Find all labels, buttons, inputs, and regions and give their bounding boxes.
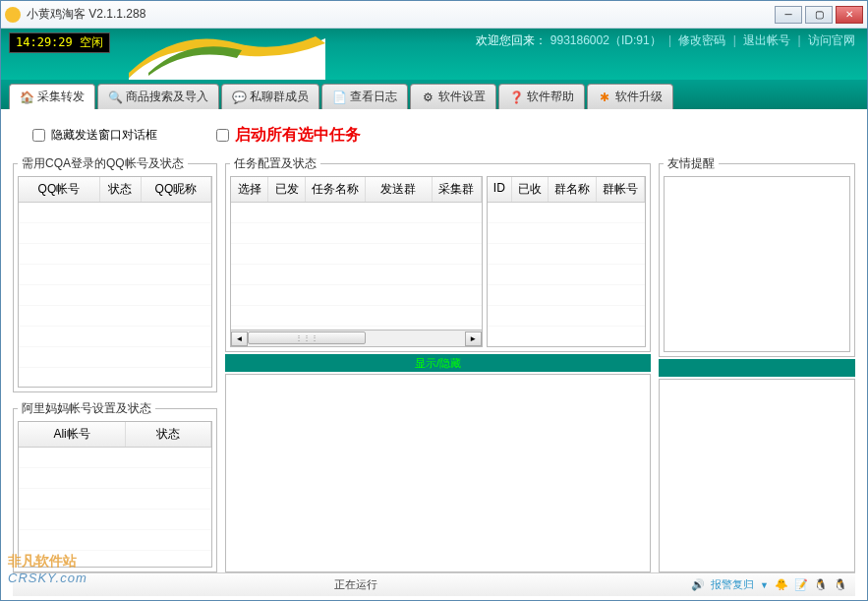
tab-label: 私聊群成员 bbox=[250, 89, 309, 105]
penguin-icon[interactable]: 🐧 bbox=[814, 578, 828, 592]
task-left-grid[interactable]: 选择 已发 任务名称 发送群 采集群 bbox=[230, 176, 483, 331]
user-info-link[interactable]: 993186002（ID:91） bbox=[550, 33, 662, 47]
close-button[interactable]: ✕ bbox=[836, 6, 863, 24]
welcome-label: 欢迎您回来： bbox=[476, 33, 547, 47]
col-select[interactable]: 选择 bbox=[231, 177, 268, 202]
status-bar: 正在运行 🔊 报警复归 ▼ 🐥 📝 🐧 🐧 bbox=[13, 572, 855, 596]
tips-legend: 友情提醒 bbox=[664, 155, 719, 172]
qq-grid-header: QQ帐号 状态 QQ昵称 bbox=[19, 177, 211, 203]
col-sent[interactable]: 已发 bbox=[268, 177, 306, 202]
scroll-left-button[interactable]: ◄ bbox=[231, 331, 248, 346]
window-title: 小黄鸡淘客 V2.1.1.288 bbox=[27, 6, 775, 23]
col-task-name[interactable]: 任务名称 bbox=[306, 177, 366, 202]
col-id[interactable]: ID bbox=[488, 177, 512, 202]
notes-icon[interactable]: 📝 bbox=[794, 578, 808, 592]
home-icon: 🏠 bbox=[20, 90, 33, 104]
log-box[interactable] bbox=[225, 374, 651, 572]
start-all-checkbox[interactable] bbox=[216, 129, 229, 142]
right-bottom-box bbox=[659, 379, 855, 572]
minimize-button[interactable]: ─ bbox=[775, 6, 802, 24]
status-right: 🔊 报警复归 ▼ 🐥 📝 🐧 🐧 bbox=[691, 577, 847, 592]
decorative-swoosh bbox=[129, 29, 325, 80]
col-send-group[interactable]: 发送群 bbox=[366, 177, 433, 202]
gear-icon: ⚙ bbox=[421, 90, 434, 104]
app-window: 小黄鸡淘客 V2.1.1.288 ─ ▢ ✕ 14:29:29 空闲 欢迎您回来… bbox=[0, 0, 868, 601]
tab-upgrade[interactable]: ✱ 软件升级 bbox=[587, 84, 673, 109]
qq-accounts-grid[interactable]: QQ帐号 状态 QQ昵称 bbox=[18, 176, 212, 388]
task-left-body[interactable] bbox=[231, 203, 482, 330]
app-icon bbox=[5, 7, 21, 23]
chevron-down-icon[interactable]: ▼ bbox=[760, 580, 769, 590]
maximize-button[interactable]: ▢ bbox=[805, 6, 833, 24]
tab-label: 查看日志 bbox=[350, 89, 397, 105]
scroll-thumb[interactable]: ⋮⋮⋮ bbox=[248, 331, 366, 344]
ali-accounts-grid[interactable]: Ali帐号 状态 bbox=[18, 421, 212, 568]
header-links: 欢迎您回来： 993186002（ID:91） | 修改密码 | 退出帐号 | … bbox=[464, 29, 867, 80]
right-column: 友情提醒 bbox=[659, 155, 855, 572]
logout-link[interactable]: 退出帐号 bbox=[743, 33, 790, 47]
col-group-account[interactable]: 群帐号 bbox=[597, 177, 645, 202]
task-right-grid[interactable]: ID 已收 群名称 群帐号 bbox=[487, 176, 646, 347]
col-collect-group[interactable]: 采集群 bbox=[433, 177, 482, 202]
update-icon: ✱ bbox=[598, 90, 611, 104]
tab-label: 商品搜索及导入 bbox=[126, 89, 208, 105]
change-password-link[interactable]: 修改密码 bbox=[678, 33, 725, 47]
tab-bar: 🏠 采集转发 🔍 商品搜索及导入 💬 私聊群成员 📄 查看日志 ⚙ 软件设置 ❓… bbox=[1, 80, 867, 109]
tab-product-search[interactable]: 🔍 商品搜索及导入 bbox=[97, 84, 219, 109]
toggle-show-hide-bar[interactable]: 显示/隐藏 bbox=[225, 354, 651, 372]
chat-icon: 💬 bbox=[232, 90, 246, 104]
start-all-label: 启动所有选中任务 bbox=[235, 125, 361, 146]
task-grids: 选择 已发 任务名称 发送群 采集群 ◄ bbox=[230, 176, 646, 347]
hide-dialog-label: 隐藏发送窗口对话框 bbox=[51, 127, 157, 144]
task-grid-left-wrap: 选择 已发 任务名称 发送群 采集群 ◄ bbox=[230, 176, 483, 347]
header-left: 14:29:29 空闲 bbox=[1, 29, 118, 80]
header-banner: 14:29:29 空闲 欢迎您回来： 993186002（ID:91） | 修改… bbox=[1, 29, 867, 80]
col-received[interactable]: 已收 bbox=[512, 177, 549, 202]
hide-dialog-check: 隐藏发送窗口对话框 bbox=[32, 127, 157, 144]
col-qq-account[interactable]: QQ帐号 bbox=[19, 177, 100, 202]
task-left-hscroll[interactable]: ◄ ⋮⋮⋮ ► bbox=[230, 331, 483, 347]
time-status-box: 14:29:29 空闲 bbox=[9, 32, 110, 53]
tab-label: 软件设置 bbox=[438, 89, 486, 105]
tab-content: 隐藏发送窗口对话框 启动所有选中任务 需用CQA登录的QQ帐号及状态 QQ帐号 … bbox=[1, 109, 867, 600]
top-options-row: 隐藏发送窗口对话框 启动所有选中任务 bbox=[13, 119, 855, 155]
col-qq-nick[interactable]: QQ昵称 bbox=[142, 177, 211, 202]
tips-box bbox=[664, 176, 850, 352]
tab-help[interactable]: ❓ 软件帮助 bbox=[498, 84, 585, 109]
tab-private-chat[interactable]: 💬 私聊群成员 bbox=[221, 84, 319, 109]
task-right-body[interactable] bbox=[488, 203, 645, 346]
help-icon: ❓ bbox=[509, 90, 523, 104]
ali-grid-body[interactable] bbox=[19, 448, 211, 567]
ali-grid-header: Ali帐号 状态 bbox=[19, 422, 211, 448]
col-ali-status[interactable]: 状态 bbox=[126, 422, 211, 447]
task-panel-wrapper: 任务配置及状态 选择 已发 任务名称 发送群 采集群 bbox=[225, 155, 651, 352]
speaker-icon[interactable]: 🔊 bbox=[691, 578, 705, 591]
col-qq-status[interactable]: 状态 bbox=[100, 177, 142, 202]
tab-view-log[interactable]: 📄 查看日志 bbox=[321, 84, 408, 109]
qq-grid-body[interactable] bbox=[19, 203, 211, 387]
main-panels: 需用CQA登录的QQ帐号及状态 QQ帐号 状态 QQ昵称 阿里妈妈帐号设置及状态 bbox=[13, 155, 855, 572]
chick-icon[interactable]: 🐥 bbox=[775, 578, 788, 592]
titlebar: 小黄鸡淘客 V2.1.1.288 ─ ▢ ✕ bbox=[1, 1, 867, 29]
window-controls: ─ ▢ ✕ bbox=[775, 6, 863, 24]
qq-panel-legend: 需用CQA登录的QQ帐号及状态 bbox=[18, 155, 188, 172]
alarm-reset-label[interactable]: 报警复归 bbox=[711, 577, 754, 592]
left-column: 需用CQA登录的QQ帐号及状态 QQ帐号 状态 QQ昵称 阿里妈妈帐号设置及状态 bbox=[13, 155, 217, 572]
task-left-header: 选择 已发 任务名称 发送群 采集群 bbox=[231, 177, 482, 203]
status-center-text: 正在运行 bbox=[29, 577, 683, 592]
visit-site-link[interactable]: 访问官网 bbox=[808, 33, 855, 47]
penguin-icon-2[interactable]: 🐧 bbox=[834, 578, 847, 592]
start-all-check: 启动所有选中任务 bbox=[216, 125, 361, 146]
tips-panel: 友情提醒 bbox=[659, 155, 855, 357]
scroll-track[interactable]: ⋮⋮⋮ bbox=[248, 331, 465, 346]
log-icon: 📄 bbox=[332, 90, 346, 104]
tab-label: 软件升级 bbox=[615, 89, 663, 105]
col-group-name[interactable]: 群名称 bbox=[549, 177, 597, 202]
tab-collect-forward[interactable]: 🏠 采集转发 bbox=[9, 84, 95, 109]
tips-footer-bar bbox=[659, 359, 855, 377]
col-ali-account[interactable]: Ali帐号 bbox=[19, 422, 126, 447]
hide-dialog-checkbox[interactable] bbox=[32, 129, 45, 142]
scroll-right-button[interactable]: ► bbox=[465, 331, 482, 346]
tab-settings[interactable]: ⚙ 软件设置 bbox=[410, 84, 496, 109]
task-panel-legend: 任务配置及状态 bbox=[230, 155, 320, 172]
